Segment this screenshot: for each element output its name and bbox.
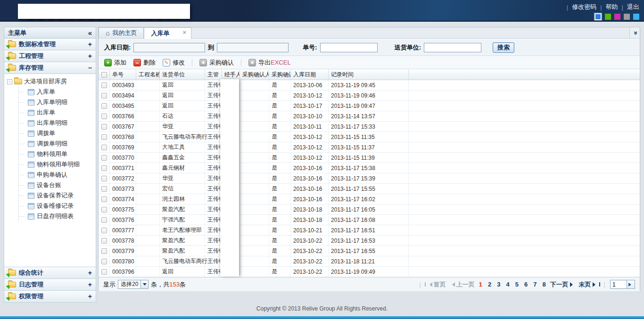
order-no-input[interactable]	[320, 43, 378, 52]
sidebar-section[interactable]: 数据标准管理 +	[4, 39, 96, 50]
tree-leaf-item[interactable]: 入库单	[7, 87, 96, 97]
table-row[interactable]: 0003768 飞云滕电动车商行 王传锐 是 2013-10-12 2013-1…	[99, 132, 640, 142]
theme-color-swatch[interactable]	[605, 14, 611, 20]
next-page-button[interactable]: 下一页	[550, 280, 575, 289]
page-number[interactable]: 5	[515, 281, 519, 288]
first-page-button[interactable]: 首页	[425, 280, 446, 289]
row-checkbox[interactable]	[101, 134, 107, 140]
sidebar-section[interactable]: 综合统计 +	[4, 267, 96, 279]
col-header-record-time[interactable]: 记录时间	[329, 70, 409, 80]
row-checkbox[interactable]	[101, 207, 107, 213]
expand-toggle-icon[interactable]: +	[88, 41, 92, 48]
tree-leaf-item[interactable]: 申购单确认	[7, 170, 96, 180]
add-button[interactable]: 添加	[102, 57, 128, 68]
export-excel-button[interactable]: 导出EXCEL	[247, 57, 293, 68]
theme-color-swatch[interactable]	[614, 14, 620, 20]
col-header-supplier[interactable]: 送货单位	[160, 70, 205, 80]
sidebar-section[interactable]: 库存管理 −	[4, 62, 96, 74]
last-page-button[interactable]: 末页	[579, 280, 600, 289]
row-checkbox[interactable]	[101, 217, 107, 223]
page-number[interactable]: 4	[505, 281, 510, 288]
row-checkbox[interactable]	[101, 248, 107, 254]
table-row[interactable]: 0003774 润土园林 王传锐 是 2013-10-16 2013-11-17…	[99, 194, 640, 204]
table-row[interactable]: 0003775 聚盈汽配 王传锐 是 2013-10-18 2013-11-17…	[99, 204, 640, 215]
theme-color-swatch[interactable]	[633, 14, 639, 20]
expand-toggle-icon[interactable]: +	[88, 269, 92, 277]
page-number[interactable]: 2	[487, 281, 492, 288]
tree-root-node[interactable]: - 大港项目部库房	[7, 76, 96, 87]
row-checkbox[interactable]	[101, 124, 107, 130]
help-link[interactable]: 帮助	[606, 3, 618, 11]
row-checkbox[interactable]	[101, 145, 107, 150]
tree-leaf-item[interactable]: 设备维修记录	[7, 201, 96, 211]
row-checkbox[interactable]	[101, 259, 107, 264]
table-row[interactable]: 0003767 华亚 王传锐 是 2013-10-11 2013-11-17 1…	[99, 122, 640, 132]
table-row[interactable]: 0003493 返回 王传锐 是 2013-10-06 2013-11-19 0…	[99, 80, 640, 90]
tree-leaf-item[interactable]: 出库单	[7, 107, 96, 118]
row-checkbox[interactable]	[101, 114, 107, 119]
select-all-checkbox[interactable]	[101, 72, 107, 78]
table-row[interactable]: 0003773 宏信 王传锐 是 2013-10-16 2013-11-17 1…	[99, 184, 640, 194]
row-checkbox[interactable]	[101, 238, 107, 244]
table-row[interactable]: 0003770 鑫鑫五金 王传锐 是 2013-10-12 2013-11-15…	[99, 153, 640, 163]
table-row[interactable]: 0003777 老王汽配修理部 王传锐 是 2013-10-21 2013-11…	[99, 225, 640, 236]
sidebar-section[interactable]: 权限管理 +	[4, 291, 96, 303]
table-row[interactable]: 0003772 华亚 王传锐 是 2013-10-16 2013-11-17 1…	[99, 173, 640, 184]
change-password-link[interactable]: 修改密码	[572, 3, 596, 11]
date-to-input[interactable]	[217, 43, 289, 52]
table-row[interactable]: 0003796 返回 王传锐 是 2013-10-22 2013-11-19 0…	[99, 267, 640, 277]
tree-leaf-item[interactable]: 出库单明细	[7, 118, 96, 128]
col-header-confirmed[interactable]: 采购确认	[269, 70, 291, 80]
expand-toggle-icon[interactable]: +	[88, 293, 92, 300]
theme-color-swatch[interactable]	[594, 13, 602, 20]
table-row[interactable]: 0003495 返回 王传锐 是 2013-10-17 2013-11-19 0…	[99, 101, 640, 111]
table-row[interactable]: 0003766 石达 王传锐 是 2013-10-10 2013-11-14 1…	[99, 111, 640, 122]
tree-leaf-item[interactable]: 日盘存明细表	[7, 211, 96, 221]
edit-button[interactable]: 修改	[161, 57, 187, 68]
col-header-in-date[interactable]: 入库日期	[291, 70, 329, 80]
expand-toggle-icon[interactable]: +	[88, 281, 92, 288]
tree-leaf-item[interactable]: 调拨单	[7, 128, 96, 139]
page-number[interactable]: 1	[479, 281, 483, 288]
page-number[interactable]: 3	[496, 281, 501, 288]
dropdown-arrow-icon[interactable]	[140, 280, 148, 288]
page-number[interactable]: 8	[542, 281, 546, 288]
page-number[interactable]: 7	[533, 281, 537, 288]
tab-stock-in[interactable]: 入库单 ×	[144, 27, 191, 39]
sidebar-collapse-icon[interactable]: «	[88, 29, 92, 37]
table-row[interactable]: 0003769 大地工具 王传锐 是 2013-10-12 2013-11-15…	[99, 142, 640, 153]
row-checkbox[interactable]	[101, 176, 107, 181]
prev-page-button[interactable]: 上一页	[450, 280, 475, 289]
table-row[interactable]: 0003776 宇强汽配 王传锐 是 2013-10-18 2013-11-17…	[99, 215, 640, 225]
theme-color-swatch[interactable]	[624, 14, 630, 20]
table-row[interactable]: 0003771 鑫元钢材 王传锐 是 2013-10-16 2013-11-17…	[99, 163, 640, 173]
date-from-input[interactable]	[133, 43, 205, 52]
table-row[interactable]: 0003779 聚盈汽配 王传锐 是 2013-10-22 2013-11-17…	[99, 246, 640, 256]
table-row[interactable]: 0003778 聚盈汽配 王传锐 是 2013-10-22 2013-11-17…	[99, 236, 640, 246]
tree-leaf-item[interactable]: 入库单明细	[7, 97, 96, 107]
row-checkbox[interactable]	[101, 196, 107, 202]
row-checkbox[interactable]	[101, 228, 107, 233]
tree-leaf-item[interactable]: 设备保养记录	[7, 190, 96, 201]
tree-collapse-box[interactable]: -	[7, 79, 12, 84]
col-header-manager[interactable]: 主管	[205, 70, 222, 80]
logout-link[interactable]: 退出	[627, 3, 639, 11]
sidebar-section[interactable]: 日志管理 +	[4, 279, 96, 291]
row-checkbox[interactable]	[101, 165, 107, 171]
expand-toggle-icon[interactable]: +	[88, 52, 92, 60]
row-checkbox[interactable]	[101, 186, 107, 192]
purchase-confirm-button[interactable]: 采购确认	[198, 57, 236, 68]
page-size-select[interactable]: 选择20	[118, 280, 149, 289]
goto-page-input[interactable]	[611, 280, 627, 288]
col-header-handler[interactable]: 经手人	[222, 70, 240, 80]
tree-leaf-item[interactable]: 调拨单明细	[7, 139, 96, 149]
col-header-project[interactable]: 工程名称	[136, 70, 160, 80]
tree-leaf-item[interactable]: 物料领用单明细	[7, 159, 96, 170]
col-header-order-no[interactable]: 单号	[110, 70, 136, 80]
search-button[interactable]: 搜索	[493, 42, 514, 53]
tree-leaf-item[interactable]: 设备台账	[7, 180, 96, 190]
col-header-confirmer[interactable]: 采购确认人	[240, 70, 269, 80]
tab-my-home[interactable]: ⌂ 我的主页	[99, 27, 144, 38]
supplier-input[interactable]	[424, 43, 481, 52]
table-row[interactable]: 0003780 飞云滕电动车商行 王传锐 是 2013-10-22 2013-1…	[99, 256, 640, 267]
